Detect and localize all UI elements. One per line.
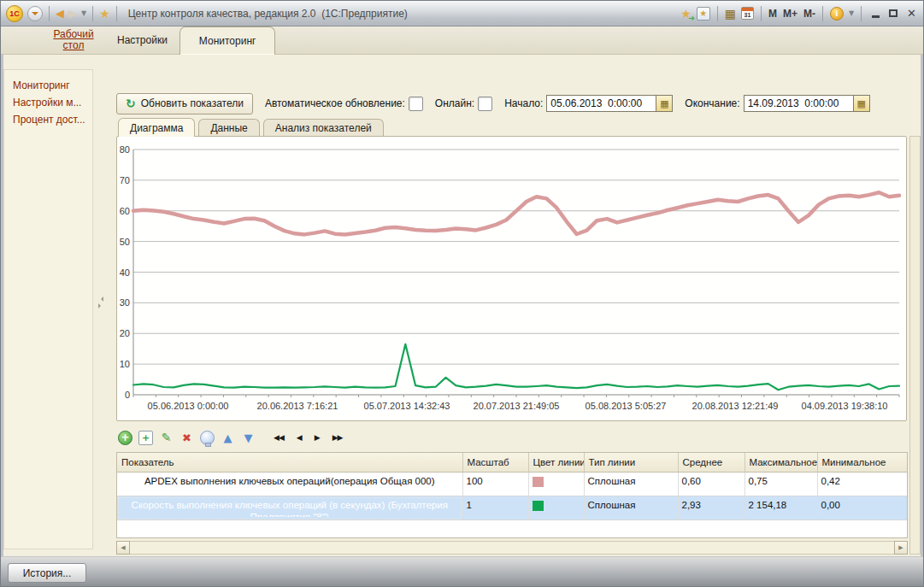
calculator-icon[interactable]: ▦ xyxy=(725,7,736,21)
back-button[interactable]: ◀ xyxy=(56,7,64,20)
hint-bulb-button[interactable] xyxy=(200,431,215,445)
end-date-label: Окончание: xyxy=(685,97,739,109)
main-menu-button[interactable] xyxy=(27,6,43,21)
refresh-label: Обновить показатели xyxy=(141,97,244,109)
tab-мониторинг[interactable]: Мониторинг xyxy=(180,26,276,55)
cell-line-type[interactable]: Сплошная xyxy=(584,496,678,520)
cell-minimum[interactable]: 0,42 xyxy=(817,473,907,496)
column-header[interactable]: Показатель xyxy=(117,453,462,473)
cell-average[interactable]: 2,93 xyxy=(678,496,744,520)
divider xyxy=(92,6,93,21)
sidebar-item[interactable]: Мониторинг xyxy=(4,77,92,94)
end-date-input[interactable] xyxy=(744,95,853,112)
close-button[interactable]: ✕ xyxy=(907,7,916,20)
indicators-table-wrap: ПоказательМасштабЦвет линииТип линииСред… xyxy=(116,452,908,538)
table-row[interactable]: Скорость выполнения ключевых операций (в… xyxy=(117,496,907,520)
horizontal-scroll-track[interactable] xyxy=(130,541,894,555)
online-label: Онлайн: xyxy=(435,97,474,109)
cell-indicator[interactable]: APDEX выполнения ключевых операций(опера… xyxy=(117,473,462,496)
main-body: МониторингНастройки м...Процент дост... … xyxy=(1,55,923,556)
view-tab-анализ-показателей[interactable]: Анализ показателей xyxy=(263,119,384,136)
start-date-picker-icon[interactable]: ▦ xyxy=(656,95,673,112)
cell-line-color[interactable] xyxy=(528,473,584,496)
cell-maximum[interactable]: 2 154,18 xyxy=(744,496,817,520)
column-header[interactable]: Минимальное xyxy=(817,453,907,473)
cell-scale[interactable]: 1 xyxy=(462,496,528,520)
cell-line-color[interactable] xyxy=(528,496,584,520)
titlebar[interactable]: 1С ◀ ▶ ▼ ★ Центр контроля качества, реда… xyxy=(1,1,923,26)
history-dropdown-icon[interactable]: ▼ xyxy=(81,9,86,17)
divider xyxy=(861,6,862,21)
move-down-button[interactable]: ▼ xyxy=(241,431,256,445)
info-button[interactable]: i xyxy=(830,7,844,21)
svg-text:60: 60 xyxy=(120,206,130,216)
scroll-right-button[interactable]: ▶ xyxy=(894,541,908,555)
vertical-scrollbar[interactable] xyxy=(909,136,921,555)
horizontal-scrollbar[interactable]: ◀ ▶ xyxy=(116,541,908,555)
cell-minimum[interactable]: 0,00 xyxy=(817,496,907,520)
online-checkbox[interactable] xyxy=(478,97,492,111)
nav-next-button[interactable]: ▶ xyxy=(311,431,323,445)
nav-prev-button[interactable]: ◀ xyxy=(293,431,305,445)
end-date-picker-icon[interactable]: ▦ xyxy=(853,95,870,112)
nav-first-button[interactable]: ◀◀ xyxy=(270,431,287,445)
open-favorites-icon[interactable]: ★ xyxy=(697,7,710,21)
cell-maximum[interactable]: 0,75 xyxy=(744,473,817,496)
sidebar-item[interactable]: Процент дост... xyxy=(4,111,92,128)
command-toolbar: ↻ Обновить показатели Автоматическое обн… xyxy=(116,92,870,114)
start-date-input[interactable] xyxy=(546,95,656,112)
cell-indicator[interactable]: Скорость выполнения ключевых операций (в… xyxy=(117,496,462,520)
add-favorite-icon[interactable]: ★➔ xyxy=(680,7,692,21)
minimize-button[interactable] xyxy=(872,15,880,18)
cell-average[interactable]: 0,60 xyxy=(678,473,744,496)
svg-text:05.08.2013 5:05:27: 05.08.2013 5:05:27 xyxy=(586,401,667,411)
m-minus-button[interactable]: M- xyxy=(803,8,815,20)
move-up-button[interactable]: ▲ xyxy=(221,431,235,445)
refresh-icon: ↻ xyxy=(126,97,136,109)
start-date-label: Начало: xyxy=(504,97,543,109)
scroll-left-button[interactable]: ◀ xyxy=(116,541,130,555)
maximize-button[interactable] xyxy=(889,9,898,17)
column-header[interactable]: Масштаб xyxy=(462,453,528,473)
svg-text:10: 10 xyxy=(120,359,130,369)
divider xyxy=(49,6,50,21)
divider xyxy=(116,6,117,21)
column-header[interactable]: Тип линии xyxy=(584,453,678,473)
auto-update-checkbox[interactable] xyxy=(409,97,423,111)
table-row[interactable]: APDEX выполнения ключевых операций(опера… xyxy=(117,473,907,496)
add-row-button[interactable]: + xyxy=(118,431,132,445)
auto-update-label: Автоматическое обновление: xyxy=(265,97,405,109)
cell-line-type[interactable]: Сплошная xyxy=(584,473,678,496)
tab-настройки[interactable]: Настройки xyxy=(105,26,180,54)
indicator-chart: 0102030405060708005.06.2013 0:00:0020.06… xyxy=(117,137,906,420)
favorites-star-icon[interactable]: ★ xyxy=(99,7,110,21)
column-header[interactable]: Цвет линии xyxy=(528,453,584,473)
calendar-icon[interactable]: 31 xyxy=(741,7,754,20)
delete-row-button[interactable]: ✖ xyxy=(180,431,194,445)
forward-button[interactable]: ▶ xyxy=(68,7,77,20)
info-dropdown-icon[interactable]: ▼ xyxy=(849,9,854,17)
sidebar-splitter[interactable] xyxy=(97,290,105,315)
nav-last-button[interactable]: ▶▶ xyxy=(329,431,346,445)
refresh-indicators-button[interactable]: ↻ Обновить показатели xyxy=(116,93,253,114)
m-plus-button[interactable]: M+ xyxy=(783,8,797,20)
view-tab-диаграмма[interactable]: Диаграмма xyxy=(118,118,195,137)
svg-text:40: 40 xyxy=(120,267,130,278)
divider xyxy=(717,6,718,21)
svg-text:70: 70 xyxy=(120,175,130,185)
history-button[interactable]: История... xyxy=(8,563,86,583)
divider xyxy=(761,6,762,21)
cell-scale[interactable]: 100 xyxy=(462,473,528,496)
sidebar-item[interactable]: Настройки м... xyxy=(4,94,92,111)
m-button[interactable]: M xyxy=(768,8,777,20)
svg-text:0: 0 xyxy=(125,390,130,400)
column-header[interactable]: Максимальное xyxy=(744,453,817,473)
svg-text:80: 80 xyxy=(120,144,130,155)
column-header[interactable]: Среднее xyxy=(678,453,744,473)
tab-рабочий-стол[interactable]: Рабочий стол xyxy=(42,26,105,54)
edit-row-button[interactable]: ✎ xyxy=(159,431,174,445)
copy-row-button[interactable]: + xyxy=(138,431,153,445)
view-tab-данные[interactable]: Данные xyxy=(198,119,259,136)
indicators-table: ПоказательМасштабЦвет линииТип линииСред… xyxy=(117,453,908,520)
view-tabs: ДиаграммаДанныеАнализ показателей xyxy=(118,118,387,136)
